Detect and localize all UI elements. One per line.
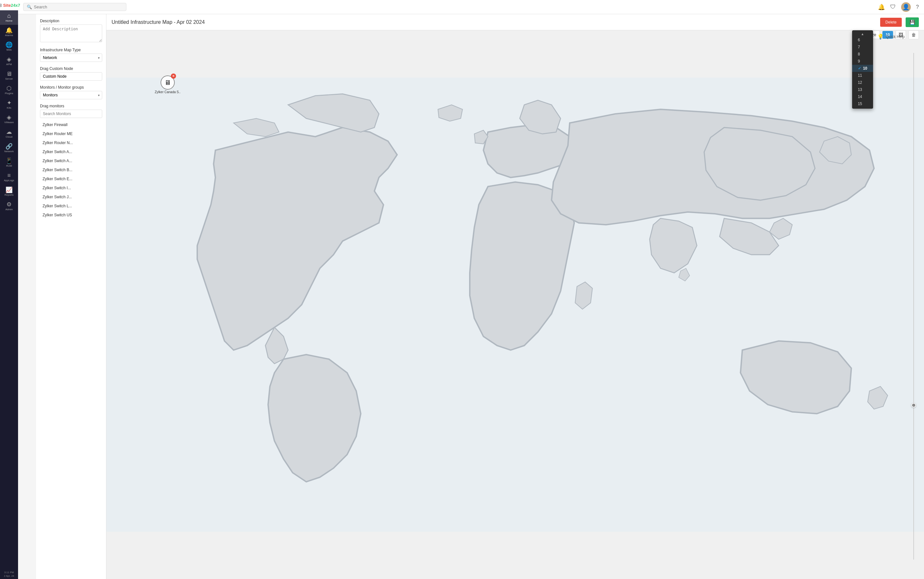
monitor-item-switch-us[interactable]: Zylker Switch US: [40, 211, 102, 219]
map-type-label: Infrastructure Map Type: [40, 48, 102, 52]
sidebar-item-home[interactable]: ⌂ Home: [0, 10, 18, 25]
delete-button[interactable]: Delete: [880, 18, 902, 27]
sidebar-item-network[interactable]: 🔗 Network: [0, 141, 18, 155]
notification-icon[interactable]: 🔔: [878, 3, 885, 11]
apm-icon: ◈: [7, 56, 11, 62]
sidebar-label-server: Server: [5, 77, 13, 80]
map-canvas[interactable]: 🖥 ✕ Zylker Canada S..: [106, 30, 924, 579]
vmware-icon: ◈: [7, 114, 11, 120]
sidebar-label-cloud: Cloud: [6, 136, 13, 138]
monitor-item-router-n[interactable]: Zylker Router N...: [40, 139, 102, 147]
map-node-canada[interactable]: 🖥 ✕ Zylker Canada S..: [155, 75, 180, 94]
search-box[interactable]: 🔍: [23, 3, 126, 11]
dropdown-item-9[interactable]: 9: [852, 58, 873, 65]
monitor-item-switch-j[interactable]: Zylker Switch J...: [40, 193, 102, 201]
zoom-slider[interactable]: [910, 53, 917, 559]
main: Description Infrastructure Map Type Netw…: [36, 14, 924, 579]
sidebar-item-reports[interactable]: 📈 Reports: [0, 185, 18, 199]
sidebar-item-plugins[interactable]: ⬡ Plugins: [0, 83, 18, 97]
web-icon: 🌐: [5, 42, 13, 48]
item-13-label: 13: [858, 87, 862, 92]
item-6-label: 6: [858, 38, 860, 42]
sidebar-item-vmware[interactable]: ◈ VMware: [0, 112, 18, 126]
sidebar-label-reports: Reports: [5, 193, 13, 196]
monitor-item-switch-a2[interactable]: Zylker Switch A...: [40, 157, 102, 165]
save-button[interactable]: 💾: [906, 17, 919, 27]
monitor-item-switch-i[interactable]: Zylker Switch I...: [40, 184, 102, 192]
monitors-wrapper[interactable]: Monitors Monitor Groups: [40, 91, 102, 99]
description-input[interactable]: [40, 25, 102, 42]
reports-icon: 📈: [5, 187, 13, 193]
item-9-label: 9: [858, 59, 860, 64]
dropdown-item-11[interactable]: 11: [852, 72, 873, 79]
monitor-item-switch-a1[interactable]: Zylker Switch A...: [40, 148, 102, 156]
quick-help[interactable]: 💡 Quick Help: [877, 34, 904, 40]
dropdown-item-8[interactable]: 8: [852, 51, 873, 58]
sidebar-item-alarms[interactable]: 🔔 Alarms: [0, 25, 18, 39]
sidebar-label-web: Web: [7, 48, 11, 51]
item-8-label: 8: [858, 52, 860, 56]
delete-icon-btn[interactable]: 🗑: [909, 30, 919, 39]
map-area: Untitled Infrastructure Map - Apr 02 202…: [106, 14, 924, 579]
sidebar-item-admin[interactable]: ⚙ Admin: [0, 199, 18, 213]
monitors-select[interactable]: Monitors Monitor Groups: [40, 91, 102, 99]
drag-node-label: Drag Custom Node: [40, 66, 102, 71]
help-icon[interactable]: ?: [916, 4, 919, 10]
sidebar-item-rum[interactable]: 📱 RUM: [0, 155, 18, 170]
shield-icon[interactable]: 🛡: [890, 3, 896, 10]
save-icon: 💾: [909, 20, 915, 25]
sidebar-label-k8s: K8s: [7, 106, 11, 109]
sidebar-item-applogs[interactable]: ≡ AppLogs: [0, 170, 18, 185]
dropdown-up-arrow[interactable]: ▲: [852, 32, 873, 36]
monitor-item-switch-e[interactable]: Zylker Switch E...: [40, 175, 102, 183]
search-input[interactable]: [34, 5, 123, 9]
icon-size-dropdown: ▲ 6 7 8 9 ✓ 10 11 12: [852, 30, 873, 109]
avatar[interactable]: 👤: [901, 2, 911, 12]
sidebar-label-apm: APM: [6, 63, 11, 66]
app-logo[interactable]: ⊞ Site24x7: [0, 0, 18, 10]
dropdown-item-7[interactable]: 7: [852, 44, 873, 51]
footer-time: 3:11 PM: [4, 571, 14, 574]
sidebar-label-rum: RUM: [6, 164, 12, 167]
sidebar-label-admin: Admin: [5, 208, 13, 211]
home-icon: ⌂: [7, 13, 11, 19]
sidebar-label-vmware: VMware: [4, 121, 13, 124]
dropdown-item-13[interactable]: 13: [852, 86, 873, 93]
search-monitors-input[interactable]: [40, 110, 102, 118]
monitor-item-firewall[interactable]: Zylker Firewall: [40, 121, 102, 129]
drag-monitors-label: Drag monitors: [40, 104, 102, 108]
k8s-icon: ✦: [7, 100, 11, 106]
dropdown-item-10[interactable]: ✓ 10: [852, 65, 873, 72]
dropdown-item-6[interactable]: 6: [852, 36, 873, 44]
sidebar-item-server[interactable]: 🖥 Server: [0, 68, 18, 83]
dropdown-item-14[interactable]: 14: [852, 93, 873, 100]
brand-name: Site24x7: [3, 3, 20, 8]
map-type-select[interactable]: Network Application Cloud: [40, 54, 102, 62]
admin-icon: ⚙: [7, 201, 11, 207]
left-panel: Description Infrastructure Map Type Netw…: [36, 14, 106, 579]
map-type-wrapper[interactable]: Network Application Cloud: [40, 54, 102, 62]
dropdown-item-15[interactable]: 15: [852, 100, 873, 107]
sidebar-item-web[interactable]: 🌐 Web: [0, 39, 18, 54]
sidebar-footer: 3:11 PM 2 Apr, 24: [4, 568, 14, 579]
sidebar-item-cloud[interactable]: ☁ Cloud: [0, 126, 18, 141]
monitor-item-switch-b[interactable]: Zylker Switch B...: [40, 166, 102, 174]
server-icon: 🖥: [6, 71, 12, 77]
custom-node-draggable[interactable]: Custom Node: [40, 72, 102, 80]
monitor-item-switch-l[interactable]: Zylker Switch L...: [40, 202, 102, 210]
sidebar-label-plugins: Plugins: [5, 92, 13, 95]
monitor-item-router-me[interactable]: Zylker Router ME: [40, 129, 102, 138]
item-7-label: 7: [858, 45, 860, 49]
dropdown-item-12[interactable]: 12: [852, 79, 873, 86]
rum-icon: 📱: [5, 158, 13, 164]
sidebar-item-apm[interactable]: ◈ APM: [0, 54, 18, 68]
map-title: Untitled Infrastructure Map - Apr 02 202…: [111, 20, 876, 25]
zoom-thumb[interactable]: [911, 403, 916, 407]
search-icon: 🔍: [27, 5, 32, 9]
cloud-icon: ☁: [6, 129, 12, 135]
item-12-label: 12: [858, 80, 862, 85]
world-map-svg: [106, 30, 924, 579]
sidebar-item-k8s[interactable]: ✦ K8s: [0, 97, 18, 112]
topbar-right: 🔔 🛡 👤 ?: [878, 2, 919, 12]
quick-help-icon: 💡: [877, 34, 884, 40]
